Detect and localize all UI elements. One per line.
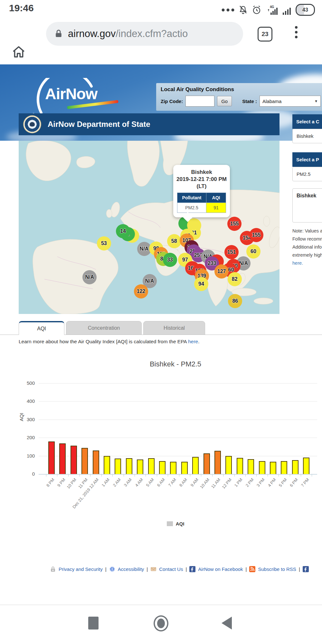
x-axis-tick (157, 474, 157, 477)
tab-aqi[interactable]: AQI (19, 321, 64, 335)
x-axis-tick (279, 474, 279, 477)
zip-input[interactable] (185, 96, 214, 107)
x-axis-label: 5 PM (278, 477, 288, 488)
x-axis-tick (124, 474, 124, 477)
x-axis-label: 8 PM (45, 477, 55, 488)
aqi-map-marker[interactable]: 14 (116, 224, 130, 238)
chart-bar[interactable] (248, 459, 254, 474)
station-card: Bishkek (292, 188, 322, 223)
chart-bar[interactable] (104, 456, 110, 474)
address-bar[interactable]: airnow.gov/index.cfm?actio (46, 22, 243, 46)
aqi-map-marker[interactable]: 60 (246, 244, 260, 259)
home-button[interactable] (154, 615, 168, 631)
aqi-map-marker[interactable]: 82 (228, 272, 242, 286)
aqi-map-marker[interactable]: 127 (214, 264, 229, 279)
chart-bar[interactable] (303, 458, 309, 474)
popup-city: Bishkek (176, 169, 227, 176)
facebook-icon (303, 566, 309, 572)
footer-link-privacy-and-security[interactable]: Privacy and Security (59, 566, 103, 572)
browser-menu-button[interactable] (295, 26, 298, 38)
tab-historical[interactable]: Historical (143, 321, 205, 335)
popup-col-pollutant: Pollutant (177, 193, 206, 203)
aqi-world-map[interactable]: 11453N/A981208833589166107344286257N/A97… (19, 141, 279, 314)
x-axis-label: 6 PM (289, 477, 299, 488)
chart-bar[interactable] (137, 459, 143, 474)
y-axis-tick-label: 100 (16, 453, 35, 459)
aqi-map-marker[interactable]: N/A (82, 270, 97, 284)
x-axis-tick (223, 474, 223, 477)
popup-table: Pollutant AQI PM2.5 91 (177, 193, 226, 213)
back-button[interactable] (222, 617, 232, 630)
x-axis-tick (135, 474, 135, 477)
x-axis-label: 2 PM (245, 477, 255, 488)
sidebar-note: Note: Values aFollow recommAdditional in… (292, 227, 322, 267)
chart-bar[interactable] (192, 457, 199, 474)
state-dropdown[interactable]: Alabama ▼ (260, 96, 321, 107)
popup-pollutant-value: PM2.5 (177, 203, 206, 213)
chart-bar[interactable] (281, 461, 287, 474)
zip-go-button[interactable]: Go (217, 96, 232, 106)
chart-bar[interactable] (181, 462, 188, 474)
chart-bar[interactable] (204, 453, 210, 474)
aqi-map-marker[interactable]: 58 (167, 234, 181, 248)
chart-bar[interactable] (259, 461, 265, 474)
url-path: /index.cfm?actio (116, 28, 188, 39)
note-here-link[interactable]: here. (292, 260, 303, 266)
aqi-map-marker[interactable]: 86 (228, 294, 242, 308)
aqi-map-marker[interactable]: 33 (163, 253, 177, 267)
note-line: Follow recomm (292, 235, 322, 243)
chart-bar[interactable] (81, 448, 88, 474)
select-pollutant-header: Select a P (292, 152, 322, 167)
home-icon[interactable] (10, 44, 27, 60)
chart-bar[interactable] (48, 441, 55, 474)
learn-more-body: Learn more about how the Air Quality Ind… (19, 339, 187, 344)
aqi-map-marker[interactable]: 155 (227, 217, 242, 231)
chart-bar[interactable] (159, 461, 166, 474)
gridline (39, 474, 317, 475)
chart-bar[interactable] (170, 462, 176, 474)
chart-bar[interactable] (214, 451, 221, 474)
chart-bar[interactable] (148, 458, 155, 474)
chart-bar[interactable] (71, 446, 77, 474)
globe-icon (109, 566, 115, 572)
alarm-clock-icon (252, 5, 261, 15)
x-axis-label: 4 AM (134, 477, 144, 488)
zip-label: Zip Code: (161, 99, 183, 104)
state-label: State : (242, 99, 257, 104)
chart-bar[interactable] (292, 460, 298, 474)
x-axis-label: 9 AM (189, 477, 199, 488)
state-value: Alabama (262, 99, 281, 104)
airnow-logo-text: AirNow (45, 85, 97, 103)
chart-bar[interactable] (225, 456, 232, 474)
chart-bar[interactable] (59, 443, 66, 474)
city-dropdown[interactable]: Bishkek (292, 129, 322, 143)
learn-more-here-link[interactable]: here (188, 339, 198, 344)
footer-link-accessibility[interactable]: Accessibility (118, 566, 144, 572)
x-axis-label: 11 AM (210, 477, 222, 489)
chart-bar[interactable] (237, 458, 243, 474)
x-axis-label: 1 AM (101, 477, 111, 488)
chart-bar[interactable] (270, 462, 276, 474)
chart-bar[interactable] (115, 459, 121, 474)
aqi-map-marker[interactable]: 151 (224, 245, 239, 259)
footer-link-contact-us[interactable]: Contact Us (159, 566, 183, 572)
aqi-bar-chart: Bishkek - PM2.5 AQI 0100200300400500 8 P… (0, 351, 322, 538)
footer-link-subscribe-to-rss[interactable]: Subscribe to RSS (258, 566, 296, 572)
x-axis-tick (112, 474, 113, 477)
learn-more-text: Learn more about how the Air Quality Ind… (19, 339, 199, 345)
footer-link-airnow-on-facebook[interactable]: AirNow on Facebook (198, 566, 243, 572)
x-axis-tick (312, 474, 312, 477)
tab-concentration[interactable]: Concentration (66, 321, 142, 335)
chart-bar[interactable] (93, 450, 99, 474)
tab-switcher-button[interactable]: 23 (258, 27, 272, 42)
note-line: Additional info (292, 243, 322, 251)
chart-bar[interactable] (126, 458, 132, 474)
aqi-map-marker[interactable]: 94 (194, 277, 208, 291)
x-axis-label: 10 PM (66, 477, 78, 489)
recent-apps-button[interactable] (88, 617, 99, 630)
battery-percent: 43 (302, 7, 308, 13)
aqi-map-marker[interactable]: 122 (134, 284, 148, 298)
aqi-map-marker[interactable]: 155 (249, 228, 263, 242)
pollutant-dropdown[interactable]: PM2.5 (292, 167, 322, 181)
aqi-map-marker[interactable]: 53 (97, 236, 111, 251)
